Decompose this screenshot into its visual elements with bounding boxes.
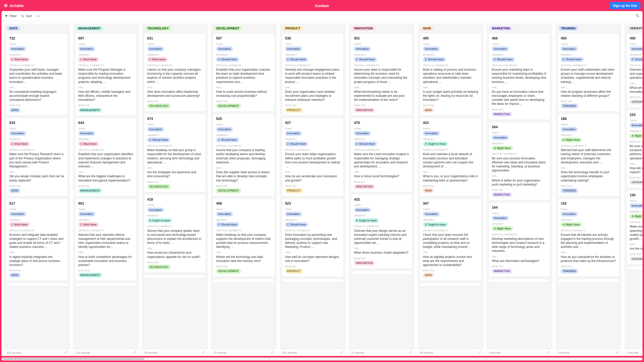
card[interactable]: 527TOPICInnovationURGENCY2: Should HaveC… [282,118,344,196]
urgency-pill: 2: Should Have [492,57,515,62]
expand-icon[interactable] [340,351,343,354]
card-peek[interactable] [420,283,481,286]
ask-text: Do conceptual modeling languages accommo… [9,90,65,102]
column-tag[interactable]: PRODUCT [283,26,303,31]
column-body[interactable]: 697TOPICInnovationURGENCY1: Must HaveCRI… [73,33,139,349]
card[interactable]: 617TOPICInnovationURGENCY1: Must HaveCRI… [6,198,68,281]
card[interactable]: 423TOPICInnovationURGENCY3: Ought to Hav… [420,118,481,196]
capability-text: Ensure your marketing team is responsibl… [492,68,547,84]
card[interactable]: 697TOPICInnovationURGENCY1: Must HaveCRI… [75,33,137,116]
card-peek[interactable] [144,275,206,278]
scroll-thumb[interactable] [3,358,144,360]
horizontal-scrollbar[interactable] [2,357,642,360]
expand-icon[interactable] [271,351,274,354]
topic-pill: Innovation [630,47,642,51]
card[interactable]: 264TOPICInnovationURGENCY4: Might HaveCR… [489,122,550,200]
filter-button[interactable]: Filter [5,14,17,18]
card[interactable]: 432TOPICInnovationURGENCY3: Ought to Hav… [351,194,413,269]
card[interactable]: 523TOPICInnovationURGENCY2: Should HaveC… [282,198,344,277]
label-ask: ASK… [9,86,65,89]
search-button[interactable] [635,14,639,18]
column-tag[interactable]: MARKETING [490,26,513,31]
card[interactable]: 478TOPICInnovationURGENCY2: Should HaveC… [351,118,413,192]
column-tag[interactable]: TECHNOLOGY [145,26,171,31]
card-peek[interactable] [351,271,413,274]
card[interactable]: 631TOPICInnovationURGENCY1: Must HaveCRI… [144,33,206,112]
topic-pill: Innovation [216,127,233,132]
card-peek[interactable] [213,279,275,282]
card[interactable]: 722TOPICInnovationURGENCY1: Must HaveCRI… [6,33,68,116]
column-footer: 131 records [4,349,70,356]
column-tag[interactable]: TRAINING [558,26,578,31]
column-body[interactable]: 567TOPICInnovationURGENCY2: Should HaveC… [211,33,277,349]
card[interactable]: 525TOPICInnovationURGENCY2: Should HaveC… [213,114,275,196]
column-body[interactable]: 495TOPICInnovationURGENCY2: Should HaveC… [418,33,484,349]
label-capability: CRITICAL CAPABILITY [354,148,409,151]
urgency-pill: 2: Should Have [354,57,377,62]
column-tag[interactable]: MANAGEMENT [76,26,103,31]
card[interactable]: 495TOPICInnovationURGENCY2: Should HaveC… [420,33,481,116]
card[interactable]: 164TOPICInnovationURGENCY4: Might HaveCR… [489,202,550,277]
expand-icon[interactable] [202,351,205,354]
card[interactable]: 601TOPICInnovationURGENCY1: Must HaveCRI… [75,198,137,281]
label-maintag: MAIN TAG [285,104,340,107]
card[interactable]: 150TOPICInnovationURGENCY4: Might HaveCR… [626,190,642,264]
card[interactable]: 233TOPICInnovationURGENCY4: Might HaveCR… [626,110,642,188]
card-peek[interactable] [6,283,68,286]
column-body[interactable]: 631TOPICInnovationURGENCY1: Must HaveCRI… [142,33,208,349]
card-peek[interactable] [75,283,137,286]
expand-icon[interactable] [547,351,550,354]
expand-icon[interactable] [133,351,136,354]
column-body[interactable]: 450TOPICInnovationURGENCY2: Should HaveC… [624,33,642,349]
brand[interactable]: Airtable [4,3,24,8]
ask-text: How to build competitive advantages for … [78,255,134,267]
card[interactable]: 458TOPICInnovationURGENCY2: Should HaveC… [213,198,275,277]
card[interactable]: 418TOPICInnovationURGENCY3: Ought to Hav… [144,194,206,273]
sort-button[interactable]: Sort [21,14,32,18]
label-maintag: MAIN TAG [147,180,203,184]
column-body[interactable]: 450TOPICInnovationURGENCY2: Should HaveC… [555,33,621,349]
signup-button[interactable]: Sign up for free [609,2,640,9]
card[interactable]: 567TOPICInnovationURGENCY2: Should HaveC… [213,33,275,112]
ask-text: What are information technologies? [492,259,547,263]
card[interactable]: 644TOPICInnovationURGENCY1: Must HaveCRI… [75,118,137,196]
card-peek[interactable] [282,279,344,282]
label-urgency: URGENCY [147,214,203,217]
expand-icon[interactable] [64,351,67,354]
label-ask: ASK… [216,86,271,89]
card-peek[interactable] [557,279,619,282]
card[interactable]: 450TOPICInnovationURGENCY2: Should HaveC… [557,33,619,112]
card[interactable]: 152TOPICInnovationURGENCY4: Might HaveCR… [557,198,619,277]
card[interactable]: 538TOPICInnovationURGENCY2: Should HaveC… [282,33,344,116]
column-body[interactable]: 538TOPICInnovationURGENCY2: Should HaveC… [280,33,346,349]
card-peek[interactable] [489,279,550,282]
more-button[interactable] [36,14,40,18]
card[interactable]: 188TOPICInnovationURGENCY4: Might HaveCR… [557,114,619,196]
column-tag[interactable]: INNOVATION [352,26,375,31]
kanban-board[interactable]: DATA722TOPICInnovationURGENCY1: Must Hav… [2,21,642,356]
card[interactable]: 633TOPICInnovationURGENCY1: Must HaveCRI… [6,118,68,196]
maintag-pill: MARKETING [492,112,512,117]
label-ask: ASK… [78,170,134,173]
urgency-pill: 1: Must Have [9,142,30,146]
card[interactable]: 397TOPICInnovationURGENCY3: Ought to Hav… [420,198,481,281]
expand-icon[interactable] [478,351,481,354]
card[interactable]: 473TOPICInnovationURGENCY2: Should HaveC… [144,114,206,192]
column-tag[interactable]: DATA [7,26,20,31]
label-ask: ASK… [147,86,203,89]
expand-icon[interactable] [409,351,412,354]
card[interactable]: 450TOPICInnovationURGENCY2: Should HaveC… [626,33,642,108]
column-tag[interactable]: OPERATIONS [627,26,642,31]
label-maintag: MAIN TAG [423,269,478,272]
column-body[interactable]: 722TOPICInnovationURGENCY1: Must HaveCRI… [4,33,70,349]
column-body[interactable]: 466TOPICInnovationURGENCY2: Should HaveC… [487,33,552,349]
column-tag[interactable]: DEVELOPMENT [214,26,242,31]
card[interactable]: 466TOPICInnovationURGENCY2: Should HaveC… [489,33,550,120]
column-body[interactable]: 501TOPICInnovationURGENCY2: Should HaveC… [349,33,415,349]
card-peek[interactable] [626,266,642,270]
card[interactable]: 501TOPICInnovationURGENCY2: Should HaveC… [351,33,413,116]
column-tag[interactable]: MAIN [421,26,433,31]
label-ask: ASK… [630,243,642,246]
expand-icon[interactable] [616,351,619,354]
ask-text: What benchmarking needs to be implemente… [354,90,409,102]
